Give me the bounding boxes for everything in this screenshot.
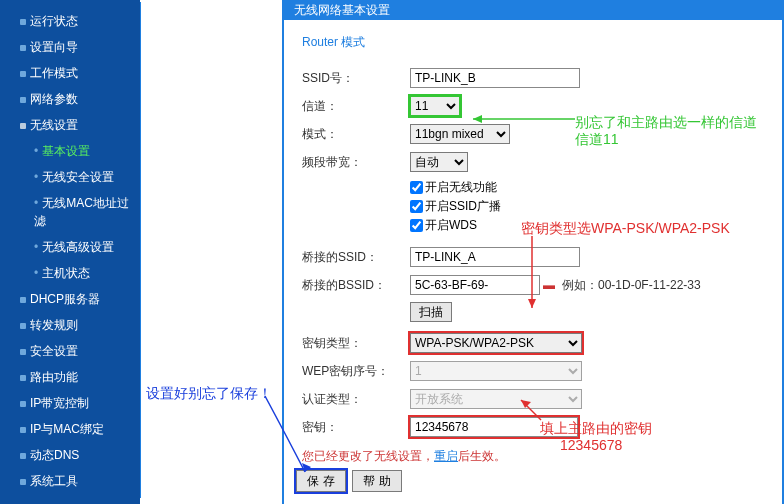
ssid-label: SSID号： — [302, 70, 410, 87]
bullet-icon — [20, 97, 26, 103]
enable-wds-checkbox[interactable]: 开启WDS — [410, 218, 477, 232]
enable-ssid-checkbox[interactable]: 开启SSID广播 — [410, 199, 501, 213]
nav-route[interactable]: 路由功能 — [0, 364, 140, 390]
bullet-icon — [20, 297, 26, 303]
wifimode-select[interactable]: 11bgn mixed — [410, 124, 510, 144]
save-button[interactable]: 保 存 — [296, 470, 346, 492]
nav-wireless-mac[interactable]: •无线MAC地址过滤 — [0, 190, 140, 234]
minus-icon — [20, 123, 26, 129]
bridge-ssid-label: 桥接的SSID： — [302, 249, 410, 266]
dot-icon: • — [34, 170, 38, 184]
bullet-icon — [20, 375, 26, 381]
nav-wizard[interactable]: 设置向导 — [0, 34, 140, 60]
sidebar: 运行状态 设置向导 工作模式 网络参数 无线设置 •基本设置 •无线安全设置 •… — [0, 0, 140, 504]
bandwidth-label: 频段带宽： — [302, 154, 410, 171]
dot-icon: • — [34, 196, 38, 210]
nav-security[interactable]: 安全设置 — [0, 338, 140, 364]
main-panel: 无线网络基本设置 Router 模式 SSID号： 信道： 11 模式： 11b… — [282, 0, 784, 504]
scan-button[interactable]: 扫描 — [410, 302, 452, 322]
keytype-label: 密钥类型： — [302, 335, 410, 352]
channel-select[interactable]: 11 — [410, 96, 460, 116]
wifimode-label: 模式： — [302, 126, 410, 143]
nav-ddns[interactable]: 动态DNS — [0, 442, 140, 468]
saved-message: 您已经更改了无线设置，重启后生效。 — [302, 448, 764, 465]
nav-wireless-basic[interactable]: •基本设置 — [0, 138, 140, 164]
panel-header: 无线网络基本设置 — [284, 0, 782, 20]
nav-forward[interactable]: 转发规则 — [0, 312, 140, 338]
help-button[interactable]: 帮 助 — [352, 470, 402, 492]
bullet-icon — [20, 323, 26, 329]
dot-icon: • — [34, 144, 38, 158]
reboot-link[interactable]: 重启 — [434, 449, 458, 463]
bssid-example: 例如：00-1D-0F-11-22-33 — [562, 277, 701, 294]
channel-label: 信道： — [302, 98, 410, 115]
nav-status[interactable]: 运行状态 — [0, 8, 140, 34]
button-bar: 保 存 帮 助 — [296, 470, 402, 492]
bullet-icon — [20, 479, 26, 485]
enable-wifi-checkbox[interactable]: 开启无线功能 — [410, 180, 497, 194]
bullet-icon — [20, 71, 26, 77]
nav-dhcp[interactable]: DHCP服务器 — [0, 286, 140, 312]
key-input[interactable] — [410, 417, 578, 437]
router-mode-label: Router 模式 — [302, 34, 764, 51]
bullet-icon — [20, 401, 26, 407]
bullet-icon — [20, 19, 26, 25]
wepidx-label: WEP密钥序号： — [302, 363, 410, 380]
bullet-icon — [20, 453, 26, 459]
bullet-icon — [20, 349, 26, 355]
authtype-select: 开放系统 — [410, 389, 582, 409]
nav-ipmac[interactable]: IP与MAC绑定 — [0, 416, 140, 442]
nav-system[interactable]: 系统工具 — [0, 468, 140, 494]
nav-workmode[interactable]: 工作模式 — [0, 60, 140, 86]
bridge-ssid-input[interactable] — [410, 247, 580, 267]
keytype-select[interactable]: WPA-PSK/WPA2-PSK — [410, 333, 582, 353]
authtype-label: 认证类型： — [302, 391, 410, 408]
wepidx-select: 1 — [410, 361, 582, 381]
bridge-bssid-input[interactable] — [410, 275, 540, 295]
bullet-icon — [20, 427, 26, 433]
nav-bw[interactable]: IP带宽控制 — [0, 390, 140, 416]
dot-icon: • — [34, 240, 38, 254]
bridge-bssid-label: 桥接的BSSID： — [302, 277, 410, 294]
divider — [140, 2, 141, 498]
nav-wireless-adv[interactable]: •无线高级设置 — [0, 234, 140, 260]
ssid-input[interactable] — [410, 68, 580, 88]
dot-icon: • — [34, 266, 38, 280]
bandwidth-select[interactable]: 自动 — [410, 152, 468, 172]
nav-wireless[interactable]: 无线设置 — [0, 112, 140, 138]
nav-wireless-security[interactable]: •无线安全设置 — [0, 164, 140, 190]
nav-network[interactable]: 网络参数 — [0, 86, 140, 112]
redacted-icon: ▬ — [540, 278, 558, 292]
bullet-icon — [20, 45, 26, 51]
key-label: 密钥： — [302, 419, 410, 436]
annotation-save-hint: 设置好别忘了保存！ — [146, 385, 272, 403]
nav-wireless-host[interactable]: •主机状态 — [0, 260, 140, 286]
